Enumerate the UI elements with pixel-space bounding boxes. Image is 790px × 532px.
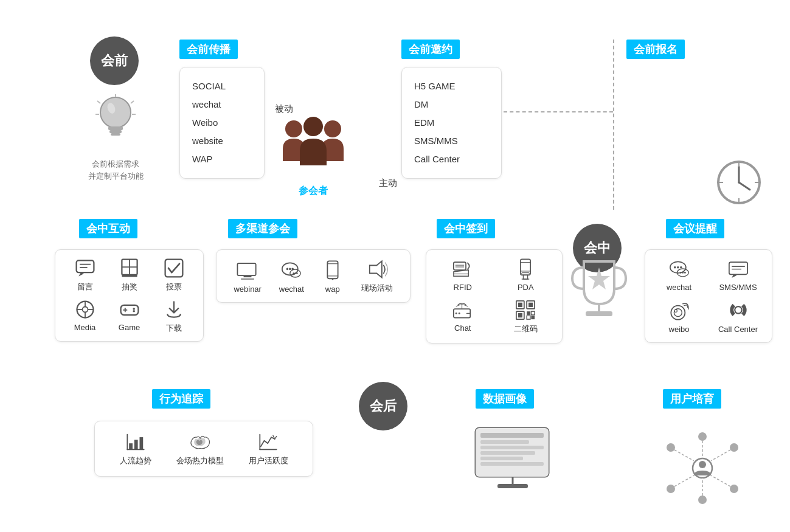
svg-rect-89 — [729, 262, 747, 274]
svg-point-38 — [133, 310, 135, 313]
svg-point-120 — [667, 443, 675, 452]
pre-broadcast-label: 会前传播 — [179, 40, 238, 59]
pre-invite-item-4: SMS/MMS — [414, 132, 489, 150]
track-heatmap: 会场热力模型 — [176, 431, 224, 466]
pre-event-circle: 会前 — [90, 36, 139, 85]
svg-point-37 — [133, 308, 135, 310]
svg-point-95 — [735, 306, 742, 314]
meeting-remind-box: wechat SMS/MMS — [645, 249, 772, 343]
main-canvas: 会前 会前根据需求并定制平台功能 会前传播 SOCIAL wechat Weib… — [0, 0, 790, 532]
channel-onsite: 现场活动 — [361, 258, 393, 294]
remind-callcenter: Call Center — [713, 300, 763, 334]
behavior-track-box: 人流趋势 会场热力模型 用户活跃度 — [94, 421, 313, 477]
track-activity: 用户活跃度 — [249, 431, 288, 466]
pre-broadcast-box: SOCIAL wechat Weibo website WAP — [179, 67, 265, 179]
svg-rect-106 — [480, 440, 529, 444]
svg-point-48 — [295, 272, 297, 274]
pre-event-caption: 会前根据需求并定制平台功能 — [73, 158, 158, 182]
svg-point-87 — [682, 272, 684, 274]
pre-broadcast-item-3: Weibo — [192, 114, 252, 132]
svg-marker-80 — [588, 268, 610, 289]
svg-point-82 — [674, 266, 676, 269]
dashed-line-2 — [613, 40, 614, 210]
monitor-icon — [467, 426, 558, 495]
svg-rect-77 — [532, 316, 535, 319]
svg-line-3 — [97, 101, 100, 103]
pre-invite-item-5: Call Center — [414, 150, 489, 168]
pre-broadcast-item-2: wechat — [192, 95, 252, 114]
svg-rect-73 — [518, 313, 522, 317]
post-event-circle: 会后 — [359, 382, 407, 430]
participant-label: 参会者 — [274, 185, 353, 198]
interact-chat: 留言 — [74, 257, 96, 292]
svg-point-47 — [293, 272, 295, 274]
svg-point-118 — [698, 496, 707, 504]
svg-rect-75 — [532, 311, 535, 315]
active-label: 主动 — [379, 178, 397, 189]
svg-point-83 — [677, 266, 679, 269]
passive-label: 被动 — [275, 103, 293, 115]
svg-point-86 — [679, 272, 681, 274]
svg-point-114 — [699, 461, 706, 468]
svg-point-92 — [671, 306, 685, 320]
user-nurture-label: 用户培育 — [663, 389, 721, 409]
trophy-icon — [566, 255, 632, 325]
svg-point-94 — [674, 309, 677, 312]
svg-rect-105 — [480, 433, 544, 438]
svg-rect-69 — [518, 303, 522, 307]
svg-rect-40 — [244, 275, 252, 277]
svg-line-125 — [674, 475, 694, 486]
svg-rect-8 — [111, 133, 120, 136]
pre-broadcast-item-4: website — [192, 132, 252, 150]
during-interact-box: 留言 抽奖 投票 — [55, 249, 204, 342]
svg-point-88 — [684, 272, 685, 274]
svg-rect-39 — [238, 263, 256, 275]
svg-point-64 — [456, 313, 457, 314]
clock-icon — [715, 158, 763, 207]
svg-rect-99 — [134, 440, 137, 449]
dashed-line-1 — [504, 111, 613, 112]
pre-broadcast-item-1: SOCIAL — [192, 77, 252, 95]
interact-media: Media — [74, 299, 96, 334]
multi-channel-box: webinar wechat — [216, 249, 411, 303]
svg-rect-54 — [454, 262, 466, 270]
multi-channel-label: 多渠道参会 — [228, 219, 297, 238]
checkin-label: 会中签到 — [437, 219, 495, 238]
svg-line-2 — [131, 101, 134, 103]
svg-rect-61 — [522, 273, 529, 275]
svg-rect-107 — [480, 446, 544, 449]
svg-point-115 — [698, 432, 707, 441]
checkin-qr: 二维码 — [498, 299, 554, 334]
user-nurture-icon — [645, 426, 760, 513]
svg-rect-108 — [480, 451, 535, 455]
svg-point-10 — [285, 120, 302, 137]
svg-rect-74 — [527, 311, 530, 315]
svg-rect-112 — [497, 484, 528, 488]
svg-rect-26 — [122, 275, 137, 277]
svg-point-12 — [303, 117, 323, 136]
svg-rect-79 — [586, 311, 612, 316]
svg-point-117 — [730, 485, 738, 493]
svg-point-44 — [289, 268, 291, 271]
people-figure: 参会者 — [274, 116, 353, 198]
svg-line-126 — [674, 450, 694, 461]
channel-webinar: webinar — [234, 260, 262, 294]
svg-rect-110 — [480, 462, 544, 466]
svg-rect-76 — [527, 316, 530, 319]
interact-lottery: 抽奖 — [119, 257, 140, 292]
svg-point-43 — [286, 268, 289, 271]
pre-broadcast-item-5: WAP — [192, 150, 252, 168]
checkin-chat: Chat — [435, 299, 491, 334]
svg-point-119 — [667, 485, 675, 493]
svg-line-123 — [711, 475, 730, 486]
pre-invite-item-1: H5 GAME — [414, 77, 489, 95]
behavior-track-label: 行为追踪 — [152, 389, 210, 409]
remind-weibo: weibo — [654, 300, 704, 334]
lightbulb-icon: 会前根据需求并定制平台功能 — [73, 91, 158, 182]
pre-register-label: 会前报名 — [626, 40, 685, 59]
svg-point-65 — [459, 313, 460, 314]
svg-point-116 — [730, 443, 738, 452]
interact-game: Game — [119, 299, 140, 334]
data-portrait-label: 数据画像 — [476, 389, 534, 409]
svg-line-122 — [711, 450, 730, 461]
